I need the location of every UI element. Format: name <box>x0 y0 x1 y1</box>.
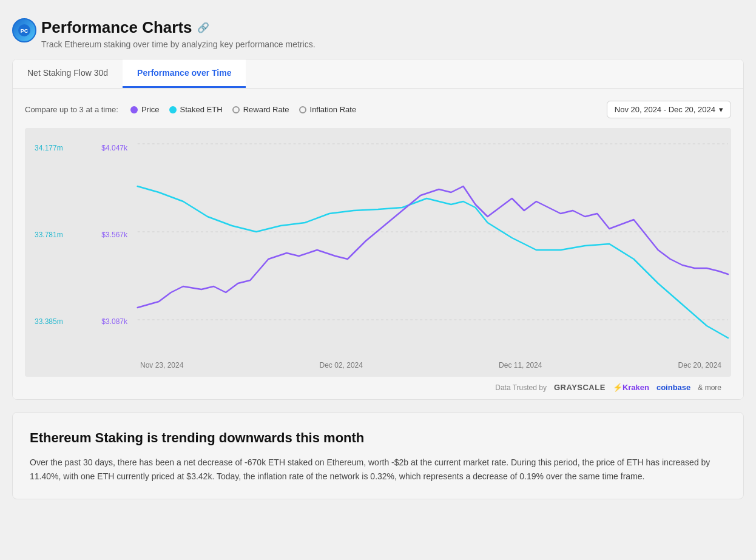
trusted-label: Data Trusted by <box>495 383 547 392</box>
chevron-down-icon: ▾ <box>719 105 723 114</box>
chart-wrapper: 34.177m $4.047k 33.781m $3.567k 33.385m … <box>25 128 731 377</box>
summary-title: Ethereum Staking is trending downwards t… <box>30 430 726 447</box>
price-label: Price <box>141 105 160 114</box>
chart-controls: Compare up to 3 at a time: Price Staked … <box>25 101 731 118</box>
date-range-button[interactable]: Nov 20, 2024 - Dec 20, 2024 ▾ <box>607 101 731 118</box>
reward-rate-dot <box>232 106 240 113</box>
site-logo: PC <box>12 18 36 42</box>
line-chart-svg <box>25 138 731 356</box>
header-title-row: Performance Charts 🔗 <box>41 18 316 37</box>
header-text-group: Performance Charts 🔗 Track Ethereum stak… <box>41 18 316 49</box>
link-icon[interactable]: 🔗 <box>197 22 209 33</box>
brand-more: & more <box>698 383 721 392</box>
page-title: Performance Charts <box>41 18 192 37</box>
header-section: PC Performance Charts 🔗 Track Ethereum s… <box>12 12 744 59</box>
summary-card: Ethereum Staking is trending downwards t… <box>12 412 744 499</box>
x-labels: Nov 23, 2024 Dec 02, 2024 Dec 11, 2024 D… <box>25 356 731 377</box>
legend-staked-eth[interactable]: Staked ETH <box>169 105 223 114</box>
brand-kraken: ⚡Kraken <box>613 383 649 392</box>
inflation-rate-label: Inflation Rate <box>310 105 357 114</box>
summary-body: Over the past 30 days, there has been a … <box>30 456 726 485</box>
x-label-1: Dec 02, 2024 <box>320 361 363 369</box>
svg-text:PC: PC <box>21 28 29 34</box>
page-subtitle: Track Ethereum staking over time by anal… <box>41 39 316 49</box>
x-label-0: Nov 23, 2024 <box>140 361 183 369</box>
main-card: Net Staking Flow 30d Performance over Ti… <box>12 59 744 400</box>
legend-inflation-rate[interactable]: Inflation Rate <box>299 105 357 114</box>
inflation-rate-dot <box>299 106 306 113</box>
reward-rate-label: Reward Rate <box>243 105 289 114</box>
chart-area: Compare up to 3 at a time: Price Staked … <box>13 89 743 399</box>
page-container: PC Performance Charts 🔗 Track Ethereum s… <box>12 12 744 499</box>
legend-reward-rate[interactable]: Reward Rate <box>232 105 289 114</box>
legend-items: Price Staked ETH Reward Rate Inflation R… <box>130 105 356 114</box>
x-label-2: Dec 11, 2024 <box>499 361 542 369</box>
staked-eth-label: Staked ETH <box>180 105 223 114</box>
date-range-text: Nov 20, 2024 - Dec 20, 2024 <box>615 105 715 114</box>
tab-net-staking[interactable]: Net Staking Flow 30d <box>13 59 123 88</box>
tabs-bar: Net Staking Flow 30d Performance over Ti… <box>13 59 743 89</box>
staked-eth-dot <box>169 106 177 113</box>
brand-coinbase: coinbase <box>656 383 690 392</box>
compare-label: Compare up to 3 at a time: <box>25 105 118 114</box>
brand-grayscale: GRAYSCALE <box>554 383 606 392</box>
tab-performance[interactable]: Performance over Time <box>123 59 246 88</box>
price-dot <box>130 106 138 113</box>
trusted-row: Data Trusted by GRAYSCALE ⚡Kraken coinba… <box>25 377 731 399</box>
x-label-3: Dec 20, 2024 <box>678 361 721 369</box>
legend-price[interactable]: Price <box>130 105 160 114</box>
